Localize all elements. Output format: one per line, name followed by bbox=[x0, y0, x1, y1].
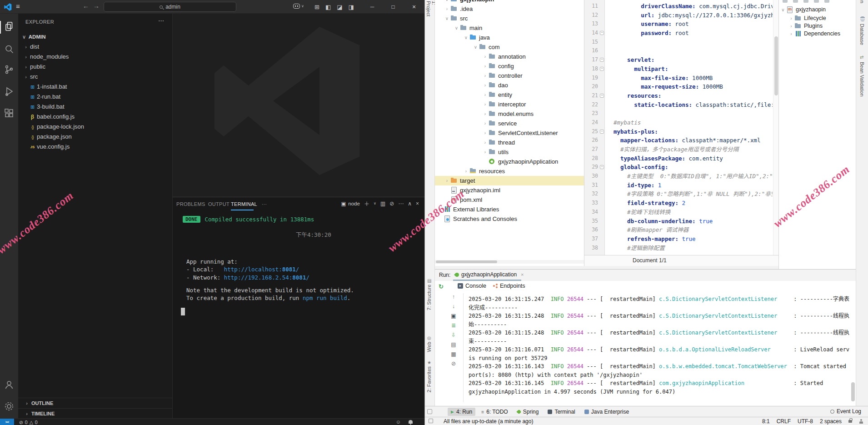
toggle-stripes-icon[interactable] bbox=[429, 419, 433, 423]
run-configuration-tab[interactable]: gxjyzhaopinApplication × bbox=[455, 271, 524, 278]
search-view-icon[interactable] bbox=[4, 44, 15, 55]
tab-problems[interactable]: PROBLEMS bbox=[176, 201, 205, 207]
project-tree-item[interactable]: ›interceptor bbox=[435, 100, 584, 109]
timeline-section[interactable]: › TIMELINE bbox=[18, 408, 172, 418]
command-center-search[interactable]: admin bbox=[104, 2, 236, 12]
project-tree-item[interactable]: ›controller bbox=[435, 71, 584, 80]
maximize-panel-icon[interactable]: ∧ bbox=[408, 200, 412, 207]
event-log-button[interactable]: Event Log bbox=[830, 408, 861, 415]
web-tool-tab[interactable]: Web bbox=[426, 342, 432, 352]
project-tree-item[interactable]: ›dao bbox=[435, 80, 584, 90]
problems-status[interactable]: ⊘0 △0 bbox=[19, 419, 38, 425]
explorer-item[interactable]: 3-build.bat bbox=[18, 102, 172, 112]
network-url-link[interactable]: http://192.168.2.54:8081/ bbox=[224, 274, 309, 281]
maven-root-node[interactable]: ∨ gxjyzhaopin bbox=[780, 5, 826, 14]
yaml-editor[interactable]: 11121314−151617▿18▿192021▿22232425−26272… bbox=[584, 0, 778, 266]
explorer-item[interactable]: ›public bbox=[18, 62, 172, 72]
project-tree-item[interactable]: ›utils bbox=[435, 147, 584, 157]
favorites-tool-tab[interactable]: 2: Favorites bbox=[426, 366, 432, 392]
project-tree-item[interactable]: ›.idea bbox=[435, 4, 584, 14]
indent-setting[interactable]: 2 spaces bbox=[820, 418, 842, 425]
back-icon[interactable]: ← bbox=[83, 2, 93, 10]
project-tree-item[interactable]: ›entity bbox=[435, 90, 584, 100]
remote-indicator[interactable]: >< bbox=[0, 419, 14, 425]
maven-dependencies-node[interactable]: › Dependencies bbox=[788, 30, 840, 38]
print-icon[interactable]: ▦ bbox=[451, 351, 456, 357]
close-tab-icon[interactable]: × bbox=[521, 272, 524, 277]
toggle-secondary-sidebar-icon[interactable]: ◨ bbox=[349, 4, 354, 10]
project-tree-item[interactable]: ∨gxjyzhaopin bbox=[435, 0, 584, 4]
project-tree-item[interactable]: ›resources bbox=[435, 166, 584, 176]
console-scrollbar[interactable] bbox=[851, 292, 855, 401]
fold-marker[interactable]: ▿ bbox=[600, 58, 604, 62]
split-view-icon[interactable]: ▤ bbox=[451, 342, 456, 348]
feedback-smiley-icon[interactable]: ☺ bbox=[396, 419, 401, 425]
fold-marker[interactable]: ▿ bbox=[600, 94, 604, 98]
explorer-item[interactable]: ›dist bbox=[18, 42, 172, 52]
editor-code[interactable]: driverClassName: com.mysql.cj.jdbc.Drive… bbox=[605, 0, 773, 255]
explorer-root-folder[interactable]: ∨ ADMIN bbox=[18, 32, 172, 42]
explorer-icon[interactable] bbox=[4, 21, 15, 32]
outline-section[interactable]: › OUTLINE bbox=[18, 398, 172, 408]
project-tree-item[interactable]: pom.xml bbox=[435, 195, 584, 205]
project-tree-item[interactable]: ›annotation bbox=[435, 52, 584, 61]
caret-position[interactable]: 8:1 bbox=[762, 418, 770, 425]
project-tree-item[interactable]: ›thread bbox=[435, 138, 584, 147]
hector-icon[interactable] bbox=[859, 419, 863, 424]
bean-validation-tool-tab[interactable]: Bean Validation bbox=[859, 62, 865, 96]
tab-console[interactable]: ▸ Console bbox=[458, 283, 486, 289]
run-console-output[interactable]: 2025-03-20 16:31:15.247 INFO 26544 --- [… bbox=[469, 292, 849, 403]
tree-horizontal-scrollbar[interactable] bbox=[435, 260, 584, 264]
tab-output[interactable]: OUTPUT bbox=[208, 201, 229, 207]
nav-arrows[interactable]: ←→ bbox=[83, 2, 104, 10]
terminal-instance[interactable]: ▣node bbox=[341, 200, 359, 207]
project-tree-item[interactable]: ›target bbox=[435, 176, 584, 185]
editor-area[interactable] bbox=[173, 14, 424, 197]
project-tree-item[interactable]: ›model.enums bbox=[435, 109, 584, 119]
explorer-item[interactable]: ›node_modules bbox=[18, 52, 172, 62]
project-tree-item[interactable]: ›config bbox=[435, 61, 584, 71]
explorer-item[interactable]: ›src bbox=[18, 72, 172, 82]
database-tool-tab[interactable]: Database bbox=[859, 24, 865, 45]
explorer-item[interactable]: package-lock.json bbox=[18, 122, 172, 132]
snapshot-icon[interactable]: ▣ bbox=[451, 313, 456, 319]
toggle-primary-sidebar-icon[interactable]: ◧ bbox=[325, 4, 331, 10]
rerun-icon[interactable]: ↻ bbox=[439, 283, 444, 290]
toggle-panel-icon[interactable]: ◪ bbox=[337, 4, 342, 10]
new-terminal-icon[interactable]: ＋ bbox=[364, 200, 369, 207]
run-debug-icon[interactable] bbox=[4, 86, 15, 97]
editor-scrollbar[interactable] bbox=[773, 0, 778, 255]
explorer-more-icon[interactable]: ⋯ bbox=[158, 17, 164, 24]
scroll-to-end-icon[interactable]: ⇩ bbox=[451, 332, 456, 338]
tool-tab-terminal[interactable]: Terminal bbox=[544, 408, 578, 416]
maven-lifecycle-node[interactable]: › Lifecycle bbox=[788, 14, 826, 22]
tool-tab-javaee[interactable]: Java Enterprise bbox=[581, 408, 632, 416]
kill-terminal-icon[interactable]: ⊘ bbox=[389, 200, 394, 207]
project-tree-item[interactable]: gxjyzhaopin.iml bbox=[435, 185, 584, 195]
structure-tool-tab[interactable]: 7: Structure bbox=[426, 285, 432, 310]
terminal-dropdown-icon[interactable]: ∨ bbox=[374, 201, 376, 205]
tab-terminal[interactable]: TERMINAL bbox=[231, 201, 257, 207]
explorer-item[interactable]: 1-install.bat bbox=[18, 82, 172, 92]
up-stack-icon[interactable]: ↑ bbox=[452, 294, 455, 300]
menu-icon[interactable]: ≡ bbox=[16, 2, 20, 10]
project-tree-item[interactable]: Scratches and Consoles bbox=[435, 214, 584, 224]
customize-layout-icon[interactable]: ⊞ bbox=[314, 4, 319, 10]
project-tree-item[interactable]: ∨java bbox=[435, 33, 584, 42]
notifications-bell-icon[interactable] bbox=[409, 420, 413, 424]
project-tree-item[interactable]: ∨com bbox=[435, 42, 584, 52]
fold-marker[interactable]: ▿ bbox=[600, 67, 604, 71]
clear-icon[interactable]: ⊘ bbox=[451, 361, 456, 367]
local-url-link[interactable]: http://localhost:8081/ bbox=[224, 266, 299, 273]
project-tree-item[interactable]: ∨src bbox=[435, 14, 584, 23]
file-encoding[interactable]: UTF-8 bbox=[798, 418, 813, 425]
soft-wrap-icon[interactable]: ≣ bbox=[451, 323, 456, 329]
project-tree-item[interactable]: External Libraries bbox=[435, 205, 584, 214]
explorer-item[interactable]: vue.config.js bbox=[18, 142, 172, 152]
fold-marker[interactable]: − bbox=[600, 31, 604, 35]
explorer-item[interactable]: 2-run.bat bbox=[18, 92, 172, 102]
panel-more-icon[interactable]: ⋯ bbox=[262, 201, 267, 207]
project-tree-item[interactable]: gxjyzhaopinApplication bbox=[435, 157, 584, 166]
settings-gear-icon[interactable] bbox=[4, 401, 15, 412]
copilot-button[interactable]: ∨ bbox=[293, 4, 304, 9]
